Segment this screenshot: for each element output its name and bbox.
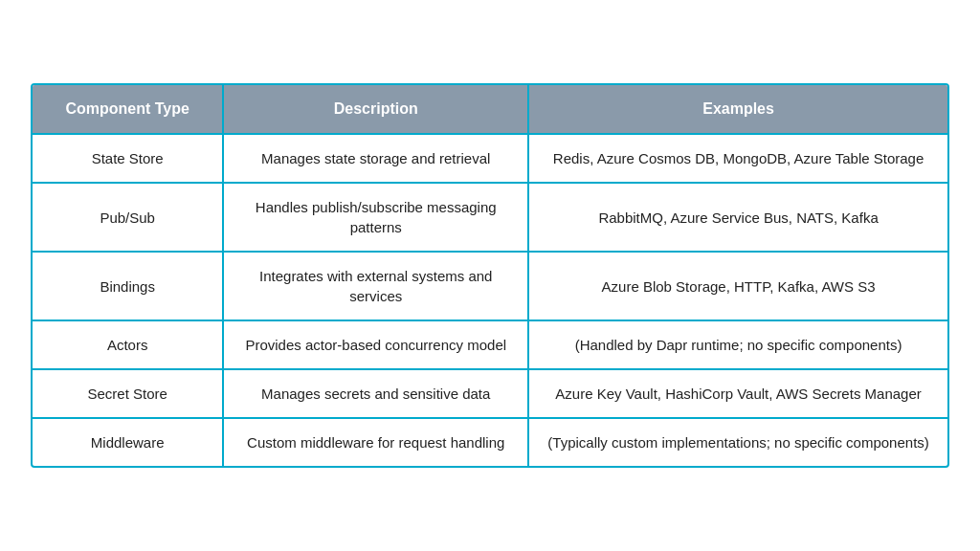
cell-description: Integrates with external systems and ser… <box>223 252 528 320</box>
table-header-row: Component Type Description Examples <box>33 85 947 134</box>
cell-type: Pub/Sub <box>33 183 223 252</box>
table-row: BindingsIntegrates with external systems… <box>33 252 947 320</box>
cell-type: Secret Store <box>33 369 223 418</box>
cell-examples: Azure Blob Storage, HTTP, Kafka, AWS S3 <box>528 252 947 320</box>
table-row: State StoreManages state storage and ret… <box>33 134 947 183</box>
table-row: ActorsProvides actor-based concurrency m… <box>33 320 947 369</box>
cell-description: Custom middleware for request handling <box>223 418 528 466</box>
cell-examples: Redis, Azure Cosmos DB, MongoDB, Azure T… <box>528 134 947 183</box>
cell-examples: (Typically custom implementations; no sp… <box>528 418 947 466</box>
cell-description: Provides actor-based concurrency model <box>223 320 528 369</box>
col-header-examples: Examples <box>528 85 947 134</box>
component-table: Component Type Description Examples Stat… <box>33 85 947 466</box>
cell-examples: RabbitMQ, Azure Service Bus, NATS, Kafka <box>528 183 947 252</box>
table-row: MiddlewareCustom middleware for request … <box>33 418 947 466</box>
cell-description: Handles publish/subscribe messaging patt… <box>223 183 528 252</box>
cell-type: Actors <box>33 320 223 369</box>
table-row: Secret StoreManages secrets and sensitiv… <box>33 369 947 418</box>
cell-description: Manages secrets and sensitive data <box>223 369 528 418</box>
col-header-type: Component Type <box>33 85 223 134</box>
cell-description: Manages state storage and retrieval <box>223 134 528 183</box>
col-header-description: Description <box>223 85 528 134</box>
main-table-wrapper: Component Type Description Examples Stat… <box>31 83 949 468</box>
cell-examples: Azure Key Vault, HashiCorp Vault, AWS Se… <box>528 369 947 418</box>
cell-type: State Store <box>33 134 223 183</box>
table-row: Pub/SubHandles publish/subscribe messagi… <box>33 183 947 252</box>
cell-type: Bindings <box>33 252 223 320</box>
cell-examples: (Handled by Dapr runtime; no specific co… <box>528 320 947 369</box>
cell-type: Middleware <box>33 418 223 466</box>
